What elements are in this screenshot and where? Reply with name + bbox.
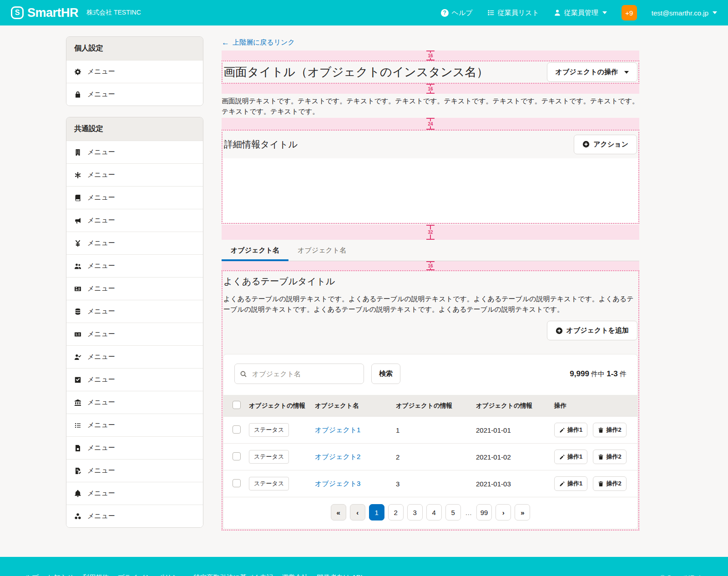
pagination-page-4[interactable]: 4 [426, 504, 442, 520]
footer-link-company[interactable]: 運営会社 [282, 573, 308, 576]
status-badge: ステータス [249, 450, 289, 464]
column-header: オブジェクトの情報 [244, 395, 310, 417]
delete-action-button[interactable]: 操作2 [593, 450, 626, 464]
action-button[interactable]: アクション [574, 135, 637, 154]
pagination-last-button[interactable]: » [515, 504, 530, 520]
user-check-icon [74, 354, 81, 361]
sidebar-item-menu[interactable]: メニュー [66, 459, 203, 482]
users-icon [74, 263, 81, 270]
footer-link-commerce-law[interactable]: 特定商取引法に基づく表記 [193, 573, 273, 576]
table-section-description: よくあるテーブルの説明テキストです。よくあるテーブルの説明テキストです。よくある… [223, 293, 637, 315]
pagination-ellipsis: … [465, 504, 473, 520]
megaphone-icon [74, 217, 81, 224]
sidebar-item-label: メニュー [87, 284, 115, 293]
add-object-button[interactable]: オブジェクトを追加 [547, 321, 637, 340]
sidebar-item-menu[interactable]: メニュー [66, 254, 203, 277]
edit-action-button[interactable]: 操作1 [554, 450, 587, 464]
search-button[interactable]: 検索 [371, 364, 400, 384]
document-check-icon [74, 467, 81, 475]
brand-name[interactable]: SmartHR [27, 6, 78, 20]
object-actions-dropdown-button[interactable]: オブジェクトの操作 [547, 62, 637, 82]
sidebar-section-common: 共通設定 メニュー メニュー メニュー メニュー メニュー [66, 117, 203, 528]
cell-info: 3 [391, 470, 471, 497]
sidebar-item-menu[interactable]: メニュー [66, 209, 203, 232]
sidebar-item-menu[interactable]: メニュー [66, 141, 203, 163]
cell-date: 2021-01-03 [471, 470, 550, 497]
sidebar-item-menu[interactable]: メニュー [66, 83, 203, 106]
plus-circle-icon [582, 141, 590, 148]
object-link[interactable]: オブジェクト3 [315, 480, 360, 487]
sidebar-item-menu[interactable]: メニュー [66, 232, 203, 254]
employee-mgmt-menu-item[interactable]: 従業員管理 [554, 9, 607, 17]
footer-link-terms[interactable]: 利用規約 [83, 573, 109, 576]
sidebar-item-label: メニュー [87, 421, 115, 429]
sidebar-item-label: メニュー [87, 193, 115, 202]
tab-object-name-1[interactable]: オブジェクト名 [222, 242, 288, 261]
footer-link-news[interactable]: お知らせ [47, 573, 74, 576]
sidebar-item-menu[interactable]: メニュー [66, 482, 203, 505]
sidebar-item-label: メニュー [87, 239, 115, 248]
sidebar-item-menu[interactable]: メニュー [66, 414, 203, 436]
sidebar-item-menu[interactable]: メニュー [66, 323, 203, 345]
app-header: S SmartHR 株式会社 TESTINC ? ヘルプ 従業員リスト 従業員管… [0, 0, 728, 25]
copyright: © SmartHR, Inc. [660, 574, 710, 576]
sidebar-item-menu[interactable]: メニュー [66, 186, 203, 209]
pagination-page-1[interactable]: 1 [369, 504, 384, 520]
pencil-icon [559, 454, 565, 460]
sidebar-item-label: メニュー [87, 375, 115, 384]
pagination-page-5[interactable]: 5 [445, 504, 461, 520]
sidebar-item-menu[interactable]: メニュー [66, 300, 203, 323]
edit-action-button[interactable]: 操作1 [554, 423, 587, 437]
object-link[interactable]: オブジェクト2 [315, 453, 360, 460]
row-checkbox[interactable] [233, 425, 241, 434]
sidebar-item-menu[interactable]: メニュー [66, 163, 203, 186]
object-link[interactable]: オブジェクト1 [315, 426, 360, 434]
cubes-icon [74, 513, 81, 520]
search-input[interactable] [234, 364, 364, 384]
arrow-left-icon: ← [222, 39, 229, 46]
footer-link-help[interactable]: ヘルプ [18, 573, 39, 576]
row-checkbox[interactable] [233, 452, 241, 460]
account-menu-item[interactable]: test@smarthr.co.jp [652, 9, 717, 17]
employee-list-label: 従業員リスト [498, 9, 539, 17]
lock-icon [74, 91, 81, 98]
sidebar-item-label: メニュー [87, 489, 115, 498]
pagination: « ‹ 1 2 3 4 5 … 99 › » [223, 497, 637, 529]
pagination-page-99[interactable]: 99 [476, 504, 492, 520]
help-icon: ? [441, 9, 449, 17]
pagination-page-3[interactable]: 3 [407, 504, 423, 520]
delete-action-button[interactable]: 操作2 [593, 476, 626, 491]
list-grid-icon [487, 9, 495, 16]
footer-link-privacy[interactable]: プライバシーポリシー [118, 573, 185, 576]
notification-badge[interactable]: +9 [622, 5, 637, 20]
sidebar-item-label: メニュー [87, 307, 115, 316]
tab-object-name-2[interactable]: オブジェクト名 [288, 242, 355, 261]
page-title: 画面タイトル（オブジェクトのインスタンス名） [223, 64, 488, 81]
pagination-prev-button[interactable]: ‹ [350, 504, 365, 520]
select-all-checkbox[interactable] [233, 401, 241, 409]
table-row: ステータス オブジェクト1 1 2021-01-01 操作1 操作2 [223, 417, 637, 444]
spacing-indicator-32: 32 [222, 225, 639, 240]
sidebar-item-menu[interactable]: メニュー [66, 436, 203, 459]
sidebar-item-menu[interactable]: メニュー [66, 60, 203, 83]
sidebar-item-menu[interactable]: メニュー [66, 368, 203, 391]
pagination-next-button[interactable]: › [495, 504, 511, 520]
common-table-section: よくあるテーブルタイトル よくあるテーブルの説明テキストです。よくあるテーブルの… [222, 270, 639, 531]
help-menu-item[interactable]: ? ヘルプ [441, 9, 473, 17]
edit-action-button[interactable]: 操作1 [554, 476, 587, 491]
delete-action-button[interactable]: 操作2 [593, 423, 626, 437]
back-to-parent-link[interactable]: ← 上階層に戻るリンク [222, 38, 295, 47]
smarthr-logo-icon[interactable]: S [11, 6, 24, 19]
pagination-first-button[interactable]: « [331, 504, 346, 520]
sidebar-item-menu[interactable]: メニュー [66, 505, 203, 527]
pagination-page-2[interactable]: 2 [388, 504, 404, 520]
status-badge: ステータス [249, 423, 289, 437]
employee-list-menu-item[interactable]: 従業員リスト [487, 9, 539, 17]
spacing-indicator-16: 16 [222, 261, 639, 270]
sidebar-item-menu[interactable]: メニュー [66, 277, 203, 300]
row-checkbox[interactable] [233, 479, 241, 487]
footer-link-developer-api[interactable]: 開発者向け API [317, 573, 362, 576]
sidebar-item-menu[interactable]: メニュー [66, 345, 203, 368]
building-icon [74, 149, 81, 156]
sidebar-item-menu[interactable]: メニュー [66, 391, 203, 414]
